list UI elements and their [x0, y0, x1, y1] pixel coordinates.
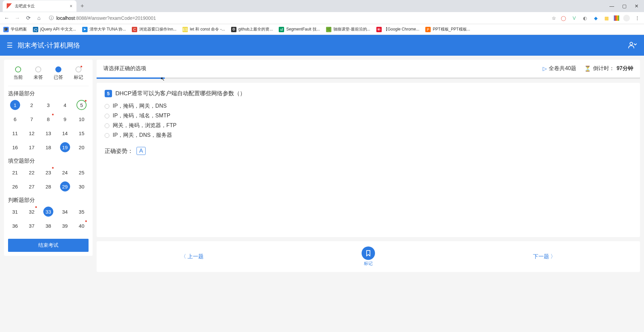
question-number-17[interactable]: 17 — [26, 142, 37, 152]
bookmark-item[interactable]: 🌿驰狼课堂-最前沿的... — [326, 26, 370, 32]
options-list: IP，掩码，网关，DNSIP，掩码，域名，SMTP网关，掩码，浏览器，FTPIP… — [105, 103, 632, 139]
close-window-icon[interactable]: ✕ — [635, 3, 639, 9]
prev-button[interactable]: 〈 上一题 — [181, 253, 204, 260]
question-number-29[interactable]: 29 — [60, 181, 70, 191]
new-tab-button[interactable]: + — [76, 3, 88, 10]
question-number-39[interactable]: 39 — [60, 221, 70, 231]
question-number-5[interactable]: 5 — [76, 100, 87, 110]
bookmark-item[interactable]: 🎓学信档案 — [3, 26, 27, 32]
question-number-7[interactable]: 7 — [26, 114, 37, 124]
total-questions-label: 全卷共40题 — [549, 65, 576, 72]
menu-dots-icon[interactable]: ⋮ — [634, 15, 641, 21]
question-number-4[interactable]: 4 — [60, 100, 70, 110]
section-title: 选择题部分 — [8, 90, 89, 97]
question-number-1[interactable]: 1 — [10, 100, 20, 110]
next-button[interactable]: 下一题 〉 — [533, 253, 556, 260]
user-menu[interactable] — [628, 42, 637, 49]
url-bar[interactable]: ⓘ localhost:8088/#/answer?examCode=20190… — [46, 15, 548, 21]
question-number-19[interactable]: 19 — [60, 142, 70, 152]
bookmarks-bar: 🎓学信档案jQjQuery API 中文文...➤清华大学 TUNA 协...C… — [0, 24, 644, 35]
question-number-3[interactable]: 3 — [43, 100, 53, 110]
forward-button[interactable]: → — [14, 15, 21, 21]
legend-unanswered-label: 未答 — [34, 74, 43, 80]
bookmark-label: PPT模板_PPT模板... — [433, 26, 470, 32]
exam-info: ▷ 全卷共40题 ⏳ 倒计时： 97分钟 — [543, 65, 633, 72]
question-number-8[interactable]: 8 — [43, 114, 53, 124]
question-number-22[interactable]: 22 — [26, 167, 37, 177]
option-1[interactable]: IP，掩码，域名，SMTP — [105, 112, 632, 119]
question-number-25[interactable]: 25 — [76, 167, 87, 177]
bookmark-item[interactable]: ESlet 和 const 命令 -... — [182, 26, 225, 32]
question-number-36[interactable]: 36 — [10, 221, 20, 231]
tab-close-icon[interactable]: × — [70, 3, 72, 9]
opera-icon[interactable]: ◯ — [560, 15, 567, 21]
question-number-14[interactable]: 14 — [60, 128, 70, 138]
question-number-20[interactable]: 20 — [76, 142, 87, 152]
question-number-6[interactable]: 6 — [10, 114, 20, 124]
question-number-28[interactable]: 28 — [43, 181, 53, 191]
question-number-38[interactable]: 38 — [43, 221, 53, 231]
star-icon[interactable]: ☆ — [552, 15, 556, 21]
bookmark-icon — [362, 246, 375, 260]
mark-button[interactable]: 标记 — [362, 246, 375, 267]
legend-current: 当前 — [13, 66, 23, 80]
bookmark-item[interactable]: sfSegmentFault 技... — [279, 26, 320, 32]
question-number-11[interactable]: 11 — [10, 128, 20, 138]
question-number-33[interactable]: 33 — [43, 207, 53, 217]
home-button[interactable]: ⌂ — [36, 15, 42, 21]
question-number-34[interactable]: 34 — [60, 207, 70, 217]
option-3[interactable]: IP，网关，DNS，服务器 — [105, 132, 632, 139]
bookmark-favicon: ⚙ — [231, 27, 236, 32]
question-number-37[interactable]: 37 — [26, 221, 37, 231]
bookmark-item[interactable]: 👁【Google Chrome... — [376, 26, 420, 32]
section-title: 填空题部分 — [8, 158, 89, 165]
menu-toggle-icon[interactable]: ☰ — [7, 41, 13, 49]
ext-icon-1[interactable]: ◐ — [582, 15, 588, 21]
option-0[interactable]: IP，掩码，网关，DNS — [105, 103, 632, 110]
reload-button[interactable]: ⟳ — [25, 15, 32, 21]
question-number-31[interactable]: 31 — [10, 207, 20, 217]
question-number-21[interactable]: 21 — [10, 167, 20, 177]
browser-tab[interactable]: 去吧皮卡丘 × — [3, 0, 76, 12]
bookmark-label: 【Google Chrome... — [384, 26, 420, 32]
question-number-2[interactable]: 2 — [26, 100, 37, 110]
bookmark-item[interactable]: ⚙github上最全的资... — [231, 26, 273, 32]
bookmark-item[interactable]: C浏览器窗口操作Inn... — [132, 26, 176, 32]
bookmark-item[interactable]: jQjQuery API 中文文... — [33, 26, 76, 32]
bookmark-favicon: 🌿 — [326, 27, 331, 32]
question-number-16[interactable]: 16 — [10, 142, 20, 152]
toolbar-extensions: ◯ V ◐ ◆ ▦ ⋮ — [560, 15, 641, 21]
option-2[interactable]: 网关，掩码，浏览器，FTP — [105, 122, 632, 129]
question-number-13[interactable]: 13 — [43, 128, 53, 138]
total-questions: ▷ 全卷共40题 — [543, 65, 576, 72]
minimize-icon[interactable]: — — [609, 3, 614, 9]
question-number-30[interactable]: 30 — [76, 181, 87, 191]
question-number-9[interactable]: 9 — [60, 114, 70, 124]
question-number-35[interactable]: 35 — [76, 207, 87, 217]
question-number-27[interactable]: 27 — [26, 181, 37, 191]
question-number-26[interactable]: 26 — [10, 181, 20, 191]
radio-icon — [105, 133, 109, 138]
question-number-24[interactable]: 24 — [60, 167, 70, 177]
bookmark-label: let 和 const 命令 -... — [190, 26, 225, 32]
content-top-wrapper: 请选择正确的选项 ▷ 全卷共40题 ⏳ 倒计时： 97分钟 — [97, 60, 640, 79]
maximize-icon[interactable]: ▢ — [622, 3, 627, 9]
instruction-text: 请选择正确的选项 — [103, 65, 146, 72]
correct-answer-label: 正确姿势： — [105, 147, 133, 155]
back-button[interactable]: ← — [3, 15, 10, 21]
profile-avatar[interactable] — [623, 15, 630, 21]
question-number-18[interactable]: 18 — [43, 142, 53, 152]
bookmark-item[interactable]: ➤清华大学 TUNA 协... — [82, 26, 126, 32]
ext-icon-3[interactable]: ▦ — [603, 15, 610, 21]
question-number-12[interactable]: 12 — [26, 128, 37, 138]
vue-icon[interactable]: V — [571, 15, 578, 21]
bookmark-item[interactable]: PPPT模板_PPT模板... — [425, 26, 470, 32]
question-number-40[interactable]: 40 — [76, 221, 87, 231]
question-number-10[interactable]: 10 — [76, 114, 87, 124]
ext-icon-2[interactable]: ◆ — [592, 15, 599, 21]
end-exam-button[interactable]: 结束考试 — [8, 239, 89, 252]
ext-icon-4[interactable] — [614, 15, 619, 21]
question-number-23[interactable]: 23 — [43, 167, 53, 177]
question-number-32[interactable]: 32 — [26, 207, 37, 217]
question-number-15[interactable]: 15 — [76, 128, 87, 138]
